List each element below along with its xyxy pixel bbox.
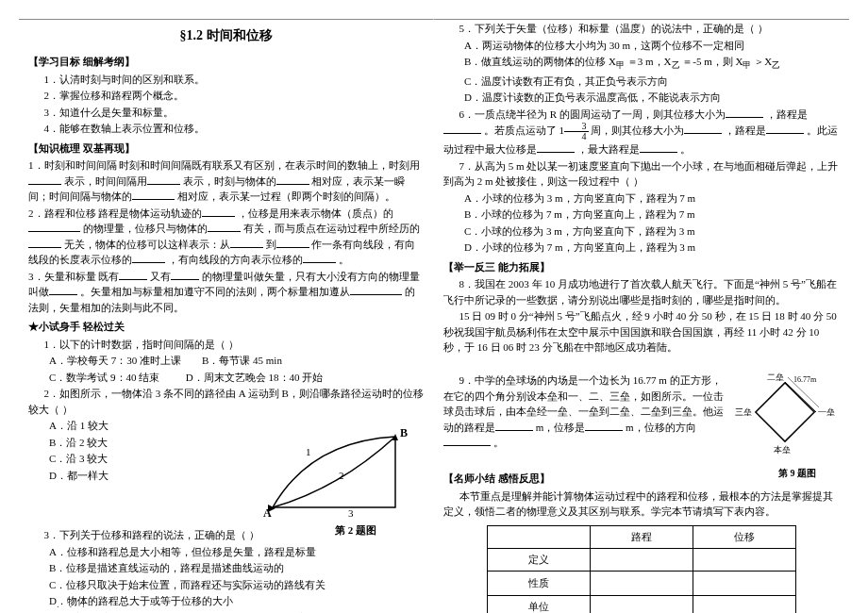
q5: 5．下列关于矢量（位移）和标量（温度）的说法中，正确的是（ ） bbox=[443, 21, 840, 37]
figure-9: 二垒 16.77m 三垒 一垒 本垒 bbox=[731, 373, 835, 467]
k2-b: ，位移是用来表示物体（质点）的 bbox=[238, 207, 393, 219]
q7-a: A．小球的位移为 3 m，方向竖直向下，路程为 7 m bbox=[443, 191, 840, 207]
fig2-n2: 2 bbox=[339, 470, 344, 481]
goal-1: 1．认清时刻与时间的区别和联系。 bbox=[28, 72, 424, 88]
k1-text2: 表示，时间间隔用 bbox=[64, 175, 147, 187]
th-disp: 位移 bbox=[693, 525, 795, 548]
q6-c: 。若质点运动了 1 bbox=[484, 124, 564, 136]
k1-text5: 相对应，表示某一过程（即两个时刻的间隔）。 bbox=[177, 191, 395, 202]
k2-c: 的物理量，位移只与物体的 bbox=[83, 223, 208, 234]
q4: 4．一质点向东运动了 300 m，又向南运动了 400 m，则质点通过的路程为 … bbox=[28, 610, 424, 614]
q1-c: C．数学考试 9：40 结束 D．周末文艺晚会 18：40 开始 bbox=[28, 370, 424, 386]
k2: 2．路程和位移 路程是物体运动轨迹的 ，位移是用来表示物体（质点）的 的物理量，… bbox=[28, 206, 424, 268]
k1-text3: 表示，时刻与物体的 bbox=[183, 175, 276, 187]
q3-a: A．位移和路程总是大小相等，但位移是矢量，路程是标量 bbox=[28, 544, 424, 560]
q9-d: 。 bbox=[493, 437, 504, 448]
sub-jia-1: 甲 bbox=[616, 60, 625, 70]
q2-d: D．都一样大 bbox=[28, 468, 207, 484]
q5-a: A．两运动物体的位移大小均为 30 m，这两个位移不一定相同 bbox=[443, 38, 840, 54]
goals-heading: 【学习目标 细解考纲】 bbox=[28, 54, 424, 70]
th-path module: 路程 bbox=[591, 525, 693, 548]
q1-a: A．学校每天 7：30 准时上课 B．每节课 45 min bbox=[28, 353, 424, 369]
fig2-A: A bbox=[263, 506, 272, 520]
q6-h: 。 bbox=[680, 143, 691, 155]
knowledge-heading: 【知识梳理 双基再现】 bbox=[28, 141, 424, 157]
q9-b: m，位移是 bbox=[536, 422, 586, 433]
figure-9-label: 第 9 题图 bbox=[778, 467, 816, 480]
q5-b: B．做直线运动的两物体的位移 X甲 ＝3 m，X乙 ＝-5 m，则 X甲 ＞X乙 bbox=[443, 54, 840, 73]
q6-g: ，最大路程是 bbox=[577, 143, 640, 155]
figure-2-label: 第 2 题图 bbox=[335, 523, 376, 538]
goal-4: 4．能够在数轴上表示位置和位移。 bbox=[28, 121, 424, 137]
sub-yi-2: 乙 bbox=[772, 60, 780, 70]
goal-2: 2．掌握位移和路程两个概念。 bbox=[28, 88, 424, 104]
q1b-text: B．每节课 45 min bbox=[202, 355, 282, 366]
k2-i: 。 bbox=[339, 254, 349, 265]
q5b-3: ＝-5 m，则 X bbox=[682, 56, 743, 67]
q5-c: C．温度计读数有正有负，其正负号表示方向 bbox=[443, 74, 840, 90]
q7: 7．从高为 5 m 处以某一初速度竖直向下抛出一个小球，在与地面相碰后弹起，上升… bbox=[443, 158, 840, 190]
q1c-text: C．数学考试 9：40 结束 bbox=[49, 372, 159, 383]
q5-d: D．温度计读数的正负号表示温度高低，不能说表示方向 bbox=[443, 90, 840, 106]
ext-heading: 【举一反三 能力拓展】 bbox=[443, 259, 840, 275]
q2-a: A．沿 1 较大 bbox=[28, 418, 207, 434]
fraction-3-4: 34 bbox=[564, 122, 589, 141]
q5b-2: ＝3 m，X bbox=[627, 56, 672, 67]
svg-rect-2 bbox=[756, 383, 814, 441]
try-heading: ★小试身手 轻松过关 bbox=[28, 319, 424, 335]
fig2-n3: 3 bbox=[348, 507, 354, 519]
fig9-home: 本垒 bbox=[774, 445, 791, 455]
summary-table: 路程 位移 定义 性质 单位 联系 bbox=[487, 525, 796, 613]
k2-f: 到 bbox=[266, 239, 276, 250]
fig2-B: B bbox=[400, 426, 408, 439]
q1d-text: D．周末文艺晚会 18：40 开始 bbox=[186, 372, 323, 383]
fig2-n1: 1 bbox=[306, 446, 311, 457]
figure-2: A B 1 2 3 bbox=[254, 418, 414, 522]
goal-3: 3．知道什么是矢量和标量。 bbox=[28, 105, 424, 121]
q6-b: ，路程是 bbox=[766, 108, 808, 120]
q2-c: C．沿 3 较大 bbox=[28, 451, 207, 467]
q7-d: D．小球的位移为 7 m，方向竖直向上，路程为 3 m bbox=[443, 240, 840, 256]
row-nature: 性质 bbox=[488, 571, 591, 595]
svg-line-3 bbox=[785, 382, 816, 412]
q8-blank bbox=[443, 356, 840, 373]
q5b-1: B．做直线运动的两物体的位移 X bbox=[464, 56, 616, 67]
q6-d: 周，则其位移大小为 bbox=[591, 124, 684, 136]
fig9-2: 二垒 bbox=[767, 373, 784, 382]
fig9-len: 16.77m bbox=[793, 375, 817, 384]
row-def: 定义 bbox=[488, 548, 591, 571]
k3-d: 。矢量相加与标量相加遵守不同的法则，两个标量相加遵从 bbox=[80, 286, 350, 297]
q7-c: C．小球的位移为 3 m，方向竖直向下，路程为 3 m bbox=[443, 224, 840, 240]
q6-a: 6．一质点绕半径为 R 的圆周运动了一周，则其位移大小为 bbox=[459, 108, 726, 120]
summary-body: 本节重点是理解并能计算物体运动过程中的路程和位移，最根本的方法是掌握提其定义，领… bbox=[443, 489, 840, 520]
q2-b: B．沿 2 较大 bbox=[28, 435, 207, 451]
q8-b: 15 日 09 时 0 分“神州 5 号”飞船点火，经 9 小时 40 分 50… bbox=[443, 308, 840, 356]
k2-e: 无关，物体的位移可以这样表示：从 bbox=[64, 239, 230, 250]
q8-a: 8．我国在 2003 年 10 月成功地进行了首次载人航天飞行。下面是“神州 5… bbox=[443, 276, 840, 307]
q7-b: B．小球的位移为 7 m，方向竖直向上，路程为 7 m bbox=[443, 207, 840, 223]
q2: 2．如图所示，一物体沿 3 条不同的路径由 A 运动到 B，则沿哪条路径运动时的… bbox=[28, 386, 424, 417]
q6: 6．一质点绕半径为 R 的圆周运动了一周，则其位移大小为 ，路程是 。若质点运动… bbox=[443, 107, 840, 157]
k1-text: 1．时刻和时间间隔 时刻和时间间隔既有联系又有区别，在表示时间的数轴上，时刻用 bbox=[28, 159, 420, 171]
k3: 3．矢量和标量 既有 又有 的物理量叫做矢量，只有大小没有方向的物理量叫做 。矢… bbox=[28, 269, 424, 316]
q1a-text: A．学校每天 7：30 准时上课 bbox=[49, 355, 181, 366]
fig9-3: 三垒 bbox=[735, 407, 752, 417]
q3-c: C．位移只取决于始末位置，而路程还与实际运动的路线有关 bbox=[28, 577, 424, 593]
k3-a: 3．矢量和标量 既有 bbox=[28, 271, 119, 282]
sub-yi-1: 乙 bbox=[672, 60, 680, 70]
footer-dots: . . . bbox=[57, 598, 89, 609]
th-blank bbox=[488, 525, 591, 548]
k1: 1．时刻和时间间隔 时刻和时间间隔既有联系又有区别，在表示时间的数轴上，时刻用 … bbox=[28, 157, 424, 205]
q1: 1．以下的计时数据，指时间间隔的是（ ） bbox=[28, 337, 424, 353]
k2-d: 有关，而与质点在运动过程中所经历的 bbox=[243, 223, 420, 234]
q9-c: m，位移的方向 bbox=[626, 422, 696, 433]
doc-title: §1.2 时间和位移 bbox=[28, 27, 424, 44]
q5b-4: ＞X bbox=[754, 56, 772, 67]
row-unit: 单位 bbox=[488, 595, 591, 613]
q9: 9．中学的垒球场的内场是一个边长为 16.77 m 的正方形，在它的四个角分别设… bbox=[443, 373, 728, 451]
sub-jia-2: 甲 bbox=[743, 60, 751, 70]
q6-e: ，路程是 bbox=[725, 124, 766, 136]
k2-h: ，有向线段的方向表示位移的 bbox=[168, 254, 303, 265]
fig9-1: 一垒 bbox=[818, 407, 835, 417]
q3-b: B．位移是描述直线运动的，路程是描述曲线运动的 bbox=[28, 560, 424, 576]
